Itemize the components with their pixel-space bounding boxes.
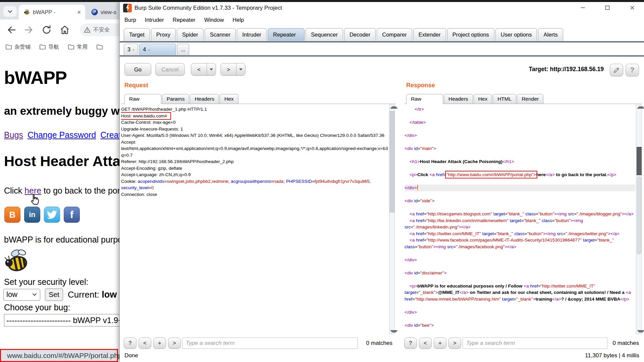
twitter-icon[interactable] (44, 207, 60, 223)
nav-link-bugs[interactable]: Bugs (4, 130, 23, 140)
facebook-icon[interactable]: f (64, 207, 80, 223)
repeater-tab-4[interactable]: 4× (139, 44, 176, 55)
scrollbar-thumb[interactable] (390, 111, 395, 212)
scrollbar-thumb-secondary[interactable] (637, 176, 641, 254)
tab-decoder[interactable]: Decoder (344, 28, 376, 41)
bookmark-folder[interactable] (96, 44, 105, 50)
next-match-button[interactable]: > (168, 338, 181, 349)
code-line (405, 152, 635, 159)
edit-target-button[interactable] (610, 64, 623, 76)
tab-project-options[interactable]: Project options (447, 28, 494, 41)
scroll-down-icon[interactable] (637, 330, 644, 332)
bookmark-label: 常用 (77, 44, 88, 51)
home-icon[interactable] (60, 25, 70, 35)
tab-alerts[interactable]: Alerts (538, 28, 563, 41)
code-line: security_level=0 (121, 185, 388, 191)
tab-sequencer[interactable]: Sequencer (306, 28, 343, 41)
editor-tab-params[interactable]: Params (162, 94, 189, 104)
menu-window[interactable]: Window (204, 17, 224, 23)
tab-target[interactable]: Target (124, 28, 150, 41)
scroll-up-icon[interactable] (390, 106, 398, 109)
prev-match-button[interactable]: < (419, 338, 432, 349)
cancel-button[interactable]: Cancel (155, 63, 185, 76)
response-scrollbar[interactable] (636, 105, 642, 334)
go-button[interactable]: Go (124, 63, 151, 76)
tab-search-button[interactable] (3, 6, 17, 17)
tab-repeater[interactable]: Repeater (268, 28, 305, 41)
tab-close-icon[interactable]: × (148, 48, 150, 52)
bookmark-item[interactable]: 常用 (68, 44, 88, 51)
menu-help[interactable]: Help (232, 17, 244, 23)
folder-icon (5, 44, 12, 50)
next-request-button[interactable]: > (220, 63, 246, 76)
next-match-button[interactable]: > (448, 338, 461, 349)
tab-spider[interactable]: Spider (177, 28, 204, 41)
tab-close-icon[interactable]: × (132, 48, 135, 52)
nav-link-change-password[interactable]: Change Password (28, 130, 96, 140)
code-line: <p>bWAPP is for educational purposes onl… (405, 283, 635, 290)
forward-icon[interactable] (23, 25, 34, 35)
search-help-button[interactable]: ? (124, 338, 137, 349)
target-help-button[interactable]: ? (626, 64, 639, 76)
search-help-button[interactable]: ? (404, 338, 417, 349)
tab-proxy[interactable]: Proxy (151, 28, 176, 41)
editor-tab-raw[interactable]: Raw (124, 94, 161, 104)
scrollbar-thumb[interactable] (637, 147, 642, 175)
browser-tab-bwapp[interactable]: bWAPP - ✕ (19, 5, 85, 19)
linkedin-icon[interactable]: in (24, 207, 40, 223)
back-icon[interactable] (7, 25, 17, 35)
next-dropdown[interactable] (236, 63, 245, 75)
code-line: <div id="bee"> (405, 322, 635, 329)
bookmark-item[interactable]: 导航 (39, 44, 59, 51)
search-options-button[interactable]: + (434, 338, 446, 349)
repeater-tab-[interactable]: ... (177, 44, 189, 55)
scroll-down-icon[interactable] (390, 330, 398, 332)
close-button[interactable] (625, 3, 639, 13)
response-search-input[interactable] (463, 338, 607, 349)
blogger-icon[interactable]: B (4, 207, 20, 223)
prev-request-button[interactable]: < (191, 63, 216, 76)
search-options-button[interactable]: + (153, 338, 166, 349)
editor-tab-html[interactable]: HTML (493, 94, 516, 104)
code-line: <div id="main"> (405, 145, 635, 152)
editor-tab-headers[interactable]: Headers (444, 94, 473, 104)
request-search-input[interactable] (182, 338, 358, 349)
bookmark-label: 杂货铺 (14, 44, 31, 51)
menu-repeater[interactable]: Repeater (173, 17, 196, 23)
editor-tab-hex[interactable]: Hex (474, 94, 492, 104)
code-line: class="button"><img src="./images/facebo… (405, 244, 635, 250)
address-bar[interactable]: 不安全 (80, 23, 121, 36)
code-line (405, 191, 635, 198)
tab-extender[interactable]: Extender (413, 28, 446, 41)
tab-comparer[interactable]: Comparer (377, 28, 412, 41)
editor-tab-hex[interactable]: Hex (220, 94, 238, 104)
scroll-up-icon[interactable] (637, 106, 644, 109)
repeater-tab-3[interactable]: 3× (124, 44, 138, 55)
tab-user-options[interactable]: User options (495, 28, 537, 41)
editor-tab-headers[interactable]: Headers (190, 94, 219, 104)
request-scrollbar[interactable] (389, 105, 395, 334)
code-line (405, 276, 635, 283)
prev-match-button[interactable]: < (139, 338, 151, 349)
menu-intruder[interactable]: Intruder (145, 17, 164, 23)
security-level-select[interactable]: low (3, 289, 40, 301)
response-editor[interactable]: </tr> </table> </div> <div id="main"> <h… (405, 106, 635, 334)
set-button[interactable]: Set (45, 289, 63, 301)
code-line: target="_blank">@MME_IT</a> on Twitter a… (405, 289, 635, 296)
prev-arrow-label: < (191, 63, 207, 75)
tab-intruder[interactable]: Intruder (237, 28, 267, 41)
minimize-button[interactable] (576, 3, 590, 13)
tab-close-icon[interactable]: ✕ (77, 10, 81, 15)
editor-tab-render[interactable]: Render (517, 94, 543, 104)
editor-tab-raw[interactable]: Raw (406, 94, 443, 104)
browser-tab-viewsource[interactable]: view-s (87, 5, 121, 19)
menu-burp[interactable]: Burp (124, 17, 136, 23)
maximize-button[interactable] (600, 3, 614, 13)
reload-icon[interactable] (42, 25, 52, 35)
prev-dropdown[interactable] (207, 63, 216, 75)
bookmark-item[interactable]: 杂货铺 (5, 44, 31, 51)
request-editor[interactable]: GET /bWAPP/hostheader_1.php HTTP/1.1Host… (121, 106, 388, 334)
bug-select[interactable]: ------------------------ bWAPP v1.9+ ---… (4, 314, 121, 326)
tab-scanner[interactable]: Scanner (205, 28, 236, 41)
nav-link-create[interactable]: Create (100, 130, 121, 140)
